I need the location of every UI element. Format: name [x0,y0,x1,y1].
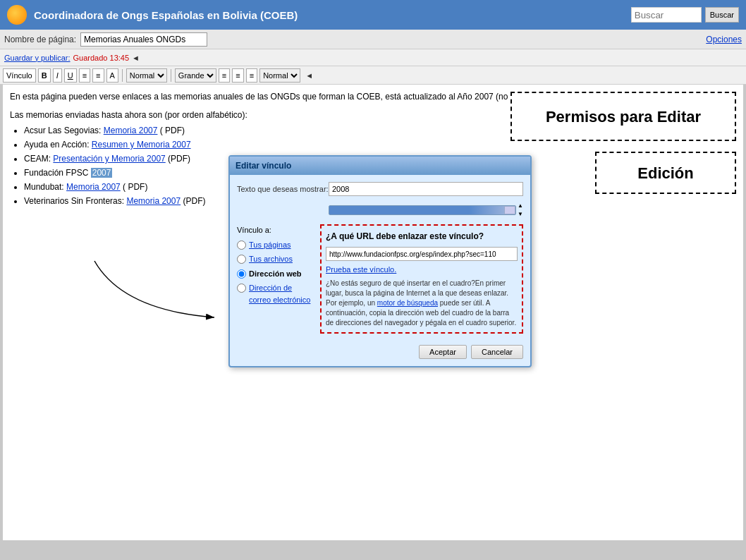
scroll-down-icon[interactable]: ▼ [518,210,523,219]
opciones-button[interactable]: Opciones [706,35,742,44]
edicion-label: Edición [637,162,693,185]
curved-arrow-icon [87,254,243,339]
pagename-input[interactable] [80,32,207,47]
toolbar-align-center-button[interactable]: ≡ [232,68,243,83]
url-input[interactable] [326,247,518,261]
edicion-box: Edición [595,152,736,194]
toolbar-list-ul-button[interactable]: ≡ [92,68,104,83]
toolbar-indent-button[interactable]: A [106,68,118,83]
radio-options: Tus páginas Tus archivos Dirección web [237,239,314,306]
radio-tus-paginas-row: Tus páginas [237,239,314,251]
scrollbar-track [329,205,516,215]
radio-tus-archivos-row: Tus archivos [237,253,314,265]
dialog-buttons: Aceptar Cancelar [237,345,523,359]
link-ayuda[interactable]: Resumen y Memoria 2007 [92,140,191,150]
radio-direccion-web[interactable] [237,269,246,279]
highlight-2007: 2007 [91,168,113,178]
toolbar: Vínculo B I U ≡ ≡ A Normal Grande ≡ ≡ ≡ … [0,66,746,85]
dialog-title-bar: Editar vínculo [230,157,530,175]
save-status: Guardado 13:45 [73,54,130,62]
test-link[interactable]: Prueba este vínculo. [326,265,396,274]
url-title: ¿A qué URL debe enlazar este vínculo? [326,230,518,243]
radio-direccion-web-label: Dirección web [249,268,302,280]
dialog: Editar vínculo Texto que deseas mostrar:… [228,155,532,367]
toolbar-style-select[interactable]: Normal [126,68,167,83]
hint-text: ¿No estás seguro de qué insertar en el c… [326,279,518,328]
radio-direccion-web-row: Dirección web [237,268,314,280]
toolbar-italic-button[interactable]: I [53,68,62,83]
radio-email-row: Dirección de correo electrónico [237,282,314,305]
toolbar-align-left-button[interactable]: ≡ [219,68,230,83]
toolbar-separator [122,69,123,82]
search-button[interactable]: Buscar [705,7,739,23]
scrollbar-arrows: ▲ ▼ [518,202,523,219]
content-area: En esta página pueden verse enlaces a la… [3,85,743,540]
link-mundubat[interactable]: Memoria 2007 [66,182,121,192]
toolbar-separator2 [171,69,171,82]
radio-email[interactable] [237,284,246,293]
vinculo-label-col: Vínculo a: Tus páginas Tus archivos D [237,224,314,339]
link-vsf[interactable]: Memoria 2007 [126,196,181,206]
scroll-up-icon[interactable]: ▲ [518,202,523,210]
link-ceam[interactable]: Presentación y Memoria 2007 [53,154,165,164]
toolbar-format-select[interactable]: Normal [259,68,300,83]
header: Coordinadora de Ongs Españolas en Bolivi… [0,0,746,30]
dialog-title: Editar vínculo [236,161,291,171]
dialog-texto-input[interactable] [329,182,523,196]
toolbar-align-right-button[interactable]: ≡ [246,68,257,83]
toolbar-size-select[interactable]: Grande [175,68,216,83]
link-tus-paginas[interactable]: Tus páginas [249,239,291,251]
scrollbar-row: ▲ ▼ [329,202,523,219]
dialog-text-row: Texto que deseas mostrar: [237,182,523,196]
save-publish-button[interactable]: Guardar y publicar: [4,54,71,62]
cancelar-button[interactable]: Cancelar [471,345,523,359]
link-tus-archivos[interactable]: Tus archivos [249,253,293,265]
link-acsur[interactable]: Memoria 2007 [104,126,158,135]
radio-tus-archivos[interactable] [237,255,246,264]
toolbar-bold-button[interactable]: B [38,68,51,83]
toolbar-underline-button[interactable]: U [64,68,77,83]
search-input[interactable] [631,7,702,23]
link-email[interactable]: Dirección de correo electrónico [249,282,314,305]
save-arrow-icon: ◄ [132,54,140,62]
pagename-label: Nombre de página: [4,35,76,44]
toolbar-list-ol-button[interactable]: ≡ [79,68,90,83]
url-section: ¿A qué URL debe enlazar este vínculo? Pr… [320,224,523,334]
dialog-body: Texto que deseas mostrar: ▲ ▼ Vínculo a: [230,175,530,366]
header-title: Coordinadora de Ongs Españolas en Bolivi… [34,9,631,21]
toolbar-vinculo-button[interactable]: Vínculo [3,68,36,83]
toolbar-arrow-icon: ◄ [305,71,313,80]
scrollbar-thumb[interactable] [504,206,515,214]
motor-busqueda-link[interactable]: motor de búsqueda [377,299,438,307]
radio-tus-paginas[interactable] [237,241,246,250]
save-bar: Guardar y publicar: Guardado 13:45 ◄ [0,49,746,66]
test-link-row: Prueba este vínculo. [326,264,518,276]
pagename-bar: Nombre de página: Opciones [0,30,746,49]
permisos-label: Permisos para Editar [546,105,701,128]
aceptar-button[interactable]: Aceptar [419,345,467,359]
vinculo-label: Vínculo a: [237,226,271,234]
vinculo-section: Vínculo a: Tus páginas Tus archivos D [237,224,523,339]
header-logo [7,5,27,25]
permisos-box: Permisos para Editar [510,92,736,141]
dialog-texto-label: Texto que deseas mostrar: [237,183,329,195]
